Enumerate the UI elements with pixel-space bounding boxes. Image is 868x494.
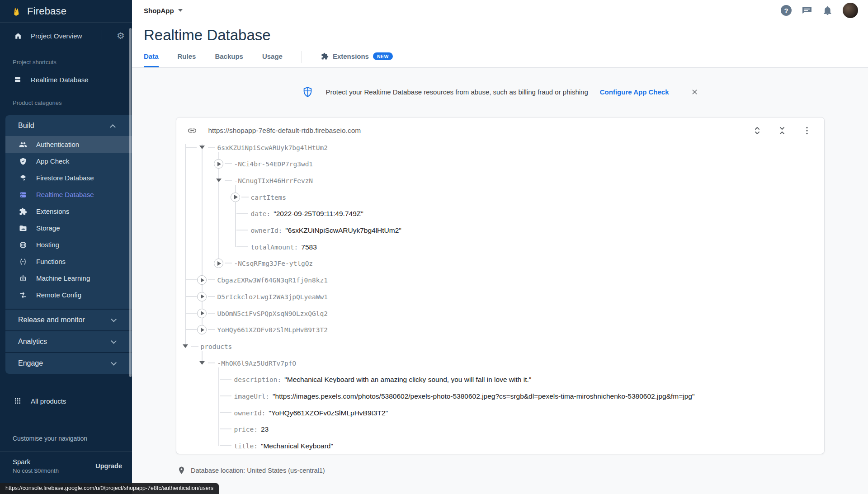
tree-node-ownerid[interactable]: ownerId:"6sxKZUiNpiScwARUyk7bg4lHtUm2" <box>176 222 824 239</box>
database-location: Database location: United States (us-cen… <box>132 466 868 475</box>
sidebar-section-header-release-and-monitor[interactable]: Release and monitor <box>5 310 132 330</box>
sidebar-section-header-analytics[interactable]: Analytics <box>5 331 132 352</box>
sidebar-item-project-overview[interactable]: Project Overview ⚙ <box>0 23 132 49</box>
tree-label: 6sxKZUiNpiScwARUyk7bg4lHtUm2 <box>217 144 328 151</box>
tree-connector <box>220 379 231 380</box>
project-name: ShopApp <box>144 7 174 14</box>
expanded-toggle-icon[interactable] <box>216 179 222 182</box>
tree-node-date[interactable]: date:"2022-09-25T09:11:49.749Z" <box>176 205 824 222</box>
section-label: Release and monitor <box>18 316 85 324</box>
shield-check-icon <box>19 157 27 165</box>
tab-usage[interactable]: Usage <box>262 52 283 67</box>
data-tree: 6sxKZUiNpiScwARUyk7bg4lHtUm2-NCi4br-54ED… <box>176 144 824 454</box>
tree-node-description[interactable]: description:"Mechanical Keyboard with an… <box>176 371 824 388</box>
tree-node-cartitems[interactable]: cartItems <box>176 189 824 206</box>
upgrade-button[interactable]: Upgrade <box>95 462 122 470</box>
tree-connector <box>236 213 248 214</box>
collapsed-toggle-icon[interactable] <box>231 193 240 202</box>
tree-label: products <box>201 343 232 350</box>
tree-node-title[interactable]: title:"Mechanical Keyboard" <box>176 438 824 454</box>
app-check-shield-icon <box>302 86 314 98</box>
collapsed-toggle-icon[interactable] <box>197 309 207 318</box>
tree-connector <box>225 163 232 164</box>
database-url[interactable]: https://shopapp-7e8fc-default-rtdb.fireb… <box>208 127 752 135</box>
collapsed-toggle-icon[interactable] <box>197 325 207 334</box>
tab-extensions[interactable]: ExtensionsNEW <box>321 52 393 67</box>
tree-node-ncsqrfmg3jfe-ytlgqz[interactable]: -NCsqRFmg3JFe-ytlgQz <box>176 255 824 272</box>
sidebar-item-remote-config[interactable]: Remote Config <box>5 287 132 303</box>
sidebar-item-app-check[interactable]: App Check <box>5 153 132 169</box>
collapsed-toggle-icon[interactable] <box>197 292 207 301</box>
tree-connector <box>208 279 215 280</box>
tree-value: 23 <box>261 425 269 433</box>
help-icon[interactable]: ? <box>781 5 792 16</box>
tree-node-nci4br-54edp7rg3wd1[interactable]: -NCi4br-54EDP7rg3wd1 <box>176 155 824 172</box>
tree-node-ownerid[interactable]: ownerId:"YoHQy661XZOFv0zSlMLpHvB9t3T2" <box>176 405 824 421</box>
tree-node-yohqy661xzofv0zslmlphvb9t3t2[interactable]: YoHQy661XZOFv0zSlMLpHvB9t3T2 <box>176 321 824 338</box>
database-icon <box>14 75 22 84</box>
tree-node-imageurl[interactable]: imageUrl:"https://images.pexels.com/phot… <box>176 388 824 405</box>
tree-connector <box>225 180 232 181</box>
expanded-toggle-icon[interactable] <box>199 146 205 149</box>
sidebar-shortcut-realtime-database[interactable]: Realtime Database <box>0 69 132 90</box>
collapsed-toggle-icon[interactable] <box>197 275 207 285</box>
tab-data[interactable]: Data <box>144 52 159 67</box>
tree-node-6sxkzuinpiscwaruyk7bg4lhtum2[interactable]: 6sxKZUiNpiScwARUyk7bg4lHtUm2 <box>176 144 824 156</box>
tab-rules[interactable]: Rules <box>178 52 196 67</box>
tree-node-products[interactable]: products <box>176 338 824 355</box>
firestore-icon <box>19 174 27 182</box>
sidebar-item-functions[interactable]: Functions <box>5 253 132 270</box>
tree-node-text: cartItems <box>251 189 287 206</box>
tree-node-totalamount[interactable]: totalAmount:7583 <box>176 239 824 255</box>
gear-icon[interactable]: ⚙ <box>117 31 125 40</box>
sidebar-item-realtime-database[interactable]: Realtime Database <box>5 186 132 203</box>
configure-app-check-link[interactable]: Configure App Check <box>600 88 669 96</box>
avatar[interactable] <box>843 3 858 18</box>
sidebar-item-firestore-database[interactable]: Firestore Database <box>5 169 132 186</box>
sidebar-item-hosting[interactable]: Hosting <box>5 236 132 253</box>
sidebar-section-header-engage[interactable]: Engage <box>5 353 132 374</box>
feedback-icon[interactable] <box>802 5 812 16</box>
collapsed-toggle-icon[interactable] <box>214 259 223 268</box>
sidebar-section-header-build[interactable]: Build <box>5 115 132 136</box>
tree-node-ubomn5cifvspqpxsqn9olzxqglq2[interactable]: UbOmN5ciFvSPQpXsqN9OLzxQGlq2 <box>176 305 824 322</box>
tree-value: "YoHQy661XZOFv0zSlMLpHvB9t3T2" <box>269 409 388 417</box>
tree-node-d5rickclozlwgi2wa3jpqlyeaww1[interactable]: D5rIckclozLwgI2WA3jpQLyeaWw1 <box>176 288 824 305</box>
customise-navigation-link[interactable]: Customise your navigation <box>0 435 132 442</box>
collapsed-toggle-icon[interactable] <box>214 159 223 169</box>
tree-node-text: -NCnugTIxH46HrrFevzN <box>234 172 313 189</box>
tree-value: "2022-09-25T09:11:49.749Z" <box>274 210 363 217</box>
sidebar-item-all-products[interactable]: All products <box>0 392 132 410</box>
close-icon[interactable] <box>691 88 698 96</box>
tree-label: -NCi4br-54EDP7rg3wd1 <box>234 160 313 168</box>
tree-connector <box>208 329 215 330</box>
bell-icon[interactable] <box>822 5 833 16</box>
database-icon <box>19 191 27 199</box>
banner-text: Protect your Realtime Database resources… <box>326 88 588 96</box>
expand-all-icon[interactable] <box>752 125 763 136</box>
firebase-logo[interactable]: Firebase <box>0 0 132 23</box>
tab-backups[interactable]: Backups <box>215 52 243 67</box>
robot-icon <box>19 274 27 282</box>
tree-node-price[interactable]: price:23 <box>176 421 824 438</box>
expanded-toggle-icon[interactable] <box>183 344 188 348</box>
tree-node-text: ownerId:"YoHQy661XZOFv0zSlMLpHvB9t3T2" <box>234 405 388 422</box>
expanded-toggle-icon[interactable] <box>199 361 205 365</box>
tree-node-ncnugtixh46hrrfevzn[interactable]: -NCnugTIxH46HrrFevzN <box>176 172 824 189</box>
sidebar-item-extensions[interactable]: Extensions <box>5 203 132 220</box>
tree-node-cbgazexrw3wf64gn3qr1fj0n8kz1[interactable]: CbgazEXRw3Wf64GN3qR1fj0n8kz1 <box>176 272 824 288</box>
project-selector[interactable]: ShopApp <box>144 7 183 14</box>
page-title: Realtime Database <box>144 25 868 45</box>
tree-node-text: totalAmount:7583 <box>251 239 317 256</box>
sidebar-scrollbar[interactable] <box>129 28 132 377</box>
tree-value: "6sxKZUiNpiScwARUyk7bg4lHtUm2" <box>285 226 401 234</box>
topbar: ShopApp ? <box>132 0 868 21</box>
sidebar-item-authentication[interactable]: Authentication <box>5 136 132 153</box>
kebab-menu-icon[interactable] <box>802 125 812 136</box>
collapse-all-icon[interactable] <box>777 125 788 136</box>
sidebar-item-machine-learning[interactable]: Machine Learning <box>5 270 132 287</box>
tree-connector <box>208 362 215 363</box>
sidebar-item-storage[interactable]: Storage <box>5 220 132 236</box>
tree-node-mhok6l9az5udrtv7pfo[interactable]: -MhOK6l9Az5UdRTv7pfO <box>176 355 824 372</box>
sidebar-section-build: BuildAuthenticationApp CheckFirestore Da… <box>5 115 132 309</box>
